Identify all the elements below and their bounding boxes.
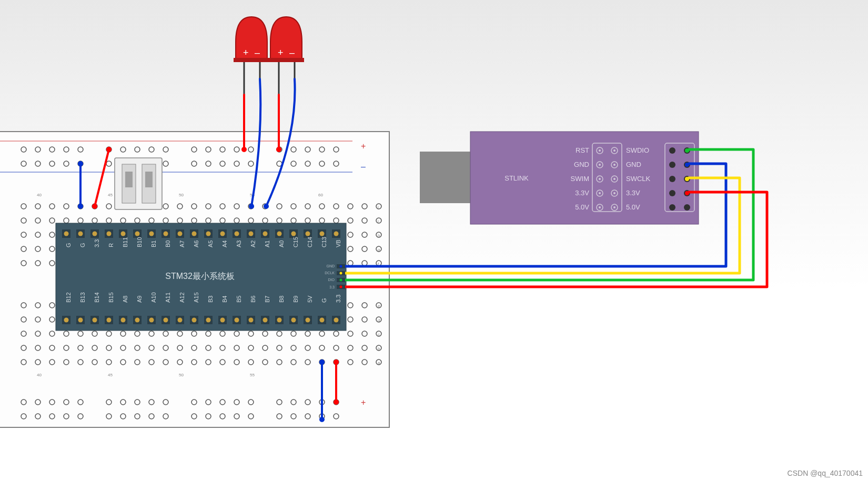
svg-point-474 — [277, 318, 282, 323]
rail-minus: – — [361, 162, 366, 171]
svg-text:50: 50 — [179, 373, 184, 377]
svg-text:B14: B14 — [94, 292, 100, 303]
svg-point-505 — [599, 149, 601, 152]
svg-text:R: R — [108, 243, 114, 247]
svg-point-369 — [64, 232, 69, 236]
svg-point-456 — [192, 318, 197, 323]
svg-text:55: 55 — [250, 373, 255, 377]
svg-text:b: b — [378, 346, 380, 351]
svg-point-517 — [599, 178, 601, 180]
svg-point-534 — [669, 147, 675, 154]
svg-point-540 — [669, 176, 675, 182]
svg-point-493 — [340, 265, 342, 268]
svg-point-561 — [264, 204, 269, 209]
svg-text:3.3: 3.3 — [335, 295, 341, 303]
svg-point-444 — [135, 318, 140, 323]
svg-text:DCLK: DCLK — [325, 271, 335, 275]
svg-text:d: d — [378, 318, 380, 323]
svg-point-447 — [149, 318, 154, 323]
svg-point-378 — [107, 232, 112, 236]
svg-rect-364 — [125, 172, 133, 187]
svg-text:A0: A0 — [278, 241, 285, 247]
svg-point-438 — [107, 318, 112, 323]
svg-point-393 — [178, 232, 183, 236]
svg-point-486 — [334, 318, 339, 323]
diagram-svg: + – + jihgfedcba 40 45 50 55 60 40 45 50… — [0, 0, 868, 480]
svg-text:A6: A6 — [193, 241, 199, 247]
svg-text:RST: RST — [576, 146, 589, 154]
svg-point-414 — [277, 232, 282, 236]
svg-text:A4: A4 — [221, 241, 228, 247]
svg-text:B15: B15 — [108, 292, 114, 303]
svg-text:a: a — [378, 361, 380, 365]
stlink-title: STLINK — [504, 174, 529, 182]
svg-point-471 — [263, 318, 268, 323]
svg-point-372 — [78, 232, 83, 236]
svg-point-384 — [135, 232, 140, 236]
svg-text:i: i — [378, 219, 379, 224]
svg-point-507 — [613, 149, 615, 152]
svg-point-408 — [249, 232, 254, 236]
svg-point-560 — [276, 147, 281, 152]
svg-text:A8: A8 — [122, 296, 128, 303]
svg-text:40: 40 — [37, 373, 42, 377]
svg-text:5V: 5V — [307, 295, 313, 303]
svg-text:B0: B0 — [165, 241, 171, 247]
svg-point-499 — [340, 286, 342, 288]
svg-text:B6: B6 — [250, 296, 256, 303]
svg-point-566 — [106, 147, 112, 152]
svg-point-559 — [249, 204, 254, 209]
svg-point-450 — [164, 318, 168, 323]
svg-text:C13: C13 — [321, 237, 327, 247]
svg-text:G: G — [79, 243, 86, 247]
svg-text:G: G — [321, 298, 327, 303]
svg-text:B1: B1 — [150, 241, 157, 247]
svg-text:C14: C14 — [307, 237, 313, 247]
svg-point-497 — [340, 279, 342, 282]
svg-point-547 — [684, 204, 690, 211]
svg-text:DIO: DIO — [328, 278, 335, 282]
svg-text:B12: B12 — [65, 292, 72, 303]
svg-point-495 — [340, 272, 342, 275]
rail-plus: + — [361, 142, 366, 151]
svg-point-569 — [319, 359, 325, 365]
svg-text:A1: A1 — [264, 241, 270, 247]
svg-point-441 — [121, 318, 126, 323]
svg-text:SWCLK: SWCLK — [626, 175, 651, 183]
svg-point-563 — [78, 161, 83, 166]
svg-point-402 — [220, 232, 225, 236]
svg-text:B9: B9 — [292, 296, 299, 303]
diagram-canvas: { "board": { "title": "STM32最小系统板", "top… — [0, 0, 868, 480]
svg-rect-553 — [268, 58, 304, 62]
svg-point-511 — [599, 164, 601, 166]
svg-point-432 — [78, 318, 83, 323]
svg-text:B10: B10 — [136, 237, 143, 247]
svg-text:A9: A9 — [136, 296, 143, 303]
svg-text:5.0V: 5.0V — [626, 203, 640, 211]
svg-text:SWDIO: SWDIO — [626, 146, 649, 154]
svg-text:45: 45 — [108, 193, 113, 197]
svg-point-405 — [235, 232, 239, 236]
svg-point-387 — [149, 232, 154, 236]
svg-point-543 — [669, 190, 675, 196]
svg-point-529 — [599, 206, 601, 208]
svg-text:A5: A5 — [207, 241, 214, 247]
svg-text:40: 40 — [37, 193, 42, 197]
svg-rect-500 — [420, 152, 470, 203]
svg-text:VB: VB — [335, 239, 341, 247]
svg-text:45: 45 — [108, 373, 113, 377]
board-title: STM32最小系统板 — [165, 272, 235, 281]
svg-point-462 — [220, 318, 225, 323]
svg-point-513 — [613, 164, 615, 166]
svg-point-570 — [319, 417, 325, 422]
svg-text:3.3V: 3.3V — [575, 189, 589, 197]
svg-text:A10: A10 — [150, 292, 157, 303]
svg-text:G: G — [65, 243, 72, 247]
svg-point-423 — [320, 232, 325, 236]
svg-text:SWIM: SWIM — [571, 175, 589, 183]
svg-text:GND: GND — [326, 264, 335, 268]
svg-point-426 — [334, 232, 339, 236]
svg-text:GND: GND — [574, 161, 589, 168]
svg-text:c: c — [378, 332, 380, 337]
svg-point-429 — [64, 318, 69, 323]
